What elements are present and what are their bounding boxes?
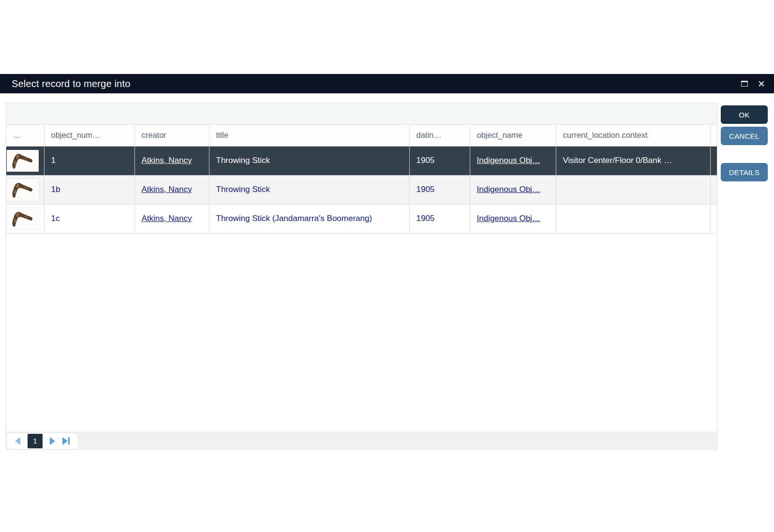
column-header-thumbnail[interactable]: … — [6, 125, 44, 146]
object-num-cell: 1b — [44, 175, 134, 204]
details-button[interactable]: DETAILS — [721, 163, 768, 181]
boomerang-thumbnail — [7, 208, 39, 230]
current-location-cell: Visitor Center/Floor 0/Bank … — [556, 146, 710, 175]
thumbnail-cell — [6, 175, 44, 204]
records-table: … object_num… creator title datin… objec… — [6, 125, 717, 234]
current-page-button[interactable]: 1 — [28, 434, 43, 448]
ok-button[interactable]: OK — [721, 105, 768, 124]
extra-cell — [710, 204, 717, 233]
dialog-titlebar: Select record to merge into ✕ — [0, 74, 774, 93]
pagination-controls: 1 — [7, 433, 77, 449]
object-name-link[interactable]: Indigenous Obj… — [477, 156, 540, 165]
empty-results-area — [6, 234, 717, 432]
column-header-title[interactable]: title — [209, 125, 409, 146]
title-cell: Throwing Stick (Jandamarra's Boomerang) — [209, 204, 409, 233]
creator-link[interactable]: Atkins, Nancy — [142, 185, 192, 194]
previous-page-icon[interactable] — [15, 437, 20, 445]
creator-link[interactable]: Atkins, Nancy — [142, 156, 192, 165]
table-header-row: … object_num… creator title datin… objec… — [6, 125, 717, 146]
dating-cell: 1905 — [409, 204, 470, 233]
dating-cell: 1905 — [409, 146, 470, 175]
next-page-icon[interactable] — [50, 437, 55, 445]
close-icon[interactable]: ✕ — [758, 79, 765, 89]
object-name-link[interactable]: Indigenous Obj… — [477, 214, 540, 223]
extra-cell — [710, 175, 717, 204]
extra-cell — [710, 146, 717, 175]
last-page-triangle — [62, 437, 68, 445]
column-header-object-name[interactable]: object_name — [470, 125, 556, 146]
column-header-dating[interactable]: datin… — [409, 125, 470, 146]
column-header-truncated[interactable]: c — [710, 125, 717, 146]
pagination-bar: 1 — [6, 432, 717, 449]
table-row[interactable]: 1 Atkins, Nancy Throwing Stick 1905 Indi… — [6, 146, 717, 175]
creator-cell: Atkins, Nancy — [134, 175, 209, 204]
dialog-title: Select record to merge into — [12, 78, 131, 89]
boomerang-image — [9, 151, 37, 170]
column-header-creator[interactable]: creator — [134, 125, 209, 146]
window-controls: ✕ — [741, 74, 765, 93]
creator-cell: Atkins, Nancy — [134, 204, 209, 233]
object-name-cell: Indigenous Obj… — [470, 175, 556, 204]
dating-cell: 1905 — [409, 175, 470, 204]
object-num-cell: 1c — [44, 204, 134, 233]
object-name-cell: Indigenous Obj… — [470, 146, 556, 175]
grid-toolbar — [6, 103, 717, 125]
boomerang-image — [9, 209, 37, 228]
creator-cell: Atkins, Nancy — [134, 146, 209, 175]
object-name-cell: Indigenous Obj… — [470, 204, 556, 233]
boomerang-thumbnail — [7, 150, 39, 172]
creator-link[interactable]: Atkins, Nancy — [142, 214, 192, 223]
thumbnail-cell — [6, 204, 44, 233]
maximize-icon[interactable] — [741, 81, 748, 87]
boomerang-image — [9, 180, 37, 199]
table-row[interactable]: 1c Atkins, Nancy Throwing Stick (Jandama… — [6, 204, 717, 233]
current-location-cell — [556, 204, 710, 233]
boomerang-thumbnail — [7, 179, 39, 201]
object-name-link[interactable]: Indigenous Obj… — [477, 185, 540, 194]
last-page-bar — [68, 437, 70, 444]
results-panel: … object_num… creator title datin… objec… — [6, 103, 717, 450]
cancel-button[interactable]: CANCEL — [721, 127, 768, 145]
table-row[interactable]: 1b Atkins, Nancy Throwing Stick 1905 Ind… — [6, 175, 717, 204]
thumbnail-cell — [6, 146, 44, 175]
object-num-cell: 1 — [44, 146, 134, 175]
title-cell: Throwing Stick — [209, 175, 409, 204]
column-header-current-location[interactable]: current_location.context — [556, 125, 710, 146]
column-header-object-num[interactable]: object_num… — [44, 125, 134, 146]
last-page-icon[interactable] — [62, 437, 70, 445]
title-cell: Throwing Stick — [209, 146, 409, 175]
current-location-cell — [556, 175, 710, 204]
